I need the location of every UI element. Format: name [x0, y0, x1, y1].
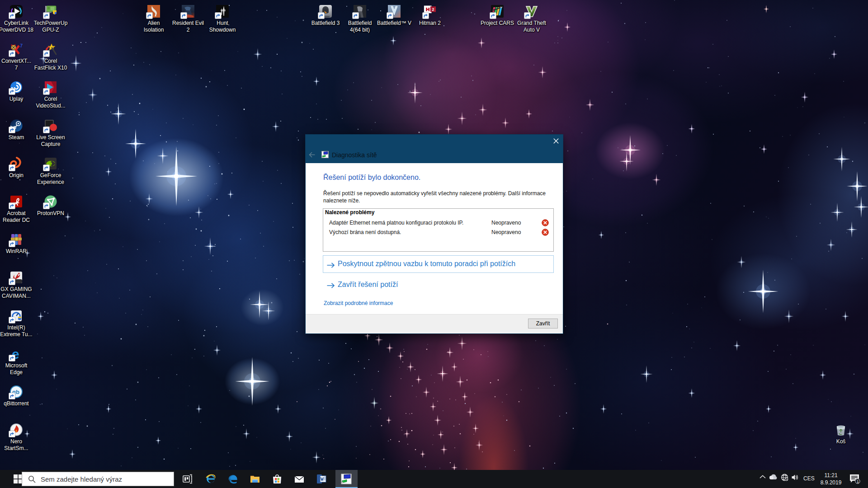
svg-text:2: 2 [432, 7, 434, 12]
svg-text:1: 1 [857, 479, 859, 484]
svg-text:7: 7 [20, 43, 23, 48]
